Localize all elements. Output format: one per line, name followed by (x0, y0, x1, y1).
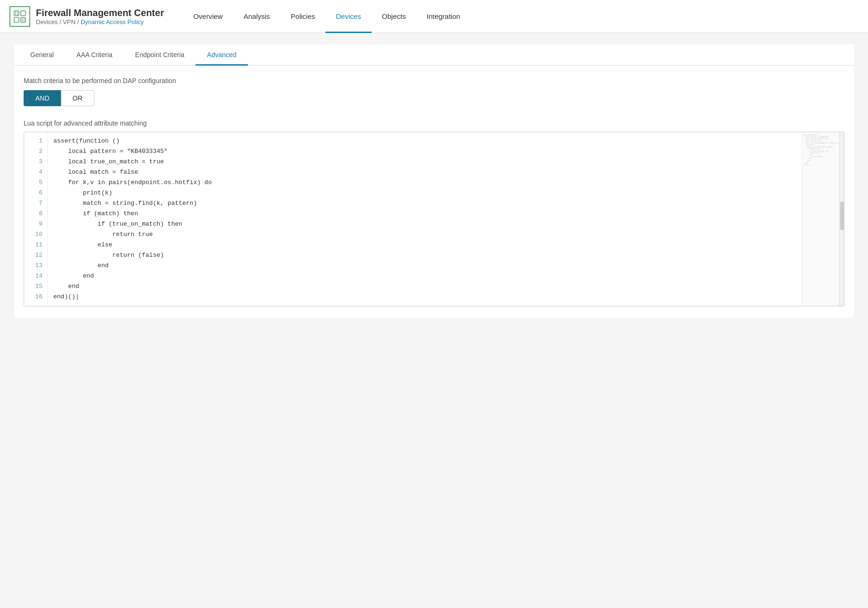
line-num-5: 5 (24, 177, 47, 188)
code-lines[interactable]: assert(function () local pattern = "KB40… (48, 132, 801, 306)
top-nav: Firewall Management Center Devices / VPN… (0, 0, 868, 33)
code-line-8: if (match) then (53, 209, 796, 219)
match-criteria-label: Match criteria to be performed on DAP co… (24, 77, 844, 84)
breadcrumb-dap[interactable]: Dynamic Access Policy (81, 18, 144, 25)
nav-devices[interactable]: Devices (325, 0, 371, 33)
code-line-13: end (53, 261, 796, 271)
tab-general[interactable]: General (19, 44, 65, 65)
code-line-1: assert(function () (53, 136, 796, 146)
svg-rect-6 (15, 14, 16, 15)
breadcrumb: Devices / VPN / Dynamic Access Policy (36, 18, 164, 25)
nav-objects[interactable]: Objects (372, 0, 417, 33)
page-content: General AAA Criteria Endpoint Criteria A… (0, 33, 868, 608)
nav-policies[interactable]: Policies (281, 0, 326, 33)
code-line-6: print(k) (53, 188, 796, 198)
tab-content-advanced: Match criteria to be performed on DAP co… (14, 66, 854, 318)
tab-advanced[interactable]: Advanced (196, 44, 247, 65)
code-line-16: end)()| (53, 292, 796, 302)
code-line-2: local pattern = "KB4033345" (53, 146, 796, 157)
script-section-label: Lua script for advanced attribute matchi… (24, 119, 844, 127)
line-num-2: 2 (24, 146, 47, 157)
svg-rect-3 (21, 17, 26, 22)
breadcrumb-sep2: / (77, 18, 80, 25)
tab-endpoint-criteria[interactable]: Endpoint Criteria (124, 44, 196, 65)
scrollbar-track[interactable] (839, 132, 844, 306)
line-num-3: 3 (24, 157, 47, 167)
svg-rect-2 (14, 17, 19, 22)
logo-area: Firewall Management Center Devices / VPN… (9, 6, 164, 27)
code-line-9: if (true_on_match) then (53, 219, 796, 229)
code-line-11: else (53, 240, 796, 250)
svg-rect-1 (21, 11, 26, 16)
line-num-16: 16 (24, 292, 47, 302)
code-line-14: end (53, 271, 796, 281)
svg-rect-11 (24, 20, 25, 21)
line-num-14: 14 (24, 271, 47, 281)
svg-rect-5 (17, 12, 18, 13)
line-num-13: 13 (24, 261, 47, 271)
code-line-3: local true_on_match = true (53, 157, 796, 167)
code-minimap: assert(function () local pattern = "KB40… (801, 132, 839, 306)
main-panel: General AAA Criteria Endpoint Criteria A… (14, 44, 854, 318)
minimap-content: assert(function () local pattern = "KB40… (804, 134, 839, 166)
line-num-6: 6 (24, 188, 47, 198)
svg-rect-10 (22, 20, 23, 21)
breadcrumb-vpn[interactable]: VPN (63, 18, 76, 25)
app-title: Firewall Management Center (36, 8, 164, 18)
breadcrumb-devices[interactable]: Devices (36, 18, 58, 25)
tab-bar: General AAA Criteria Endpoint Criteria A… (14, 44, 854, 66)
nav-overview[interactable]: Overview (183, 0, 233, 33)
line-numbers: 1 2 3 4 5 6 7 8 9 10 11 12 13 14 (24, 132, 48, 306)
line-num-7: 7 (24, 198, 47, 209)
logo-text: Firewall Management Center Devices / VPN… (36, 8, 164, 25)
code-line-10: return true (53, 229, 796, 240)
scrollbar-thumb[interactable] (840, 202, 844, 230)
app-logo-icon (9, 6, 30, 27)
code-line-7: match = string.find(k, pattern) (53, 198, 796, 209)
line-num-1: 1 (24, 136, 47, 146)
line-num-9: 9 (24, 219, 47, 229)
tab-aaa-criteria[interactable]: AAA Criteria (65, 44, 124, 65)
nav-analysis[interactable]: Analysis (233, 0, 281, 33)
code-line-5: for k,v in pairs(endpoint.os.hotfix) do (53, 177, 796, 188)
line-num-15: 15 (24, 281, 47, 292)
code-editor[interactable]: 1 2 3 4 5 6 7 8 9 10 11 12 13 14 (24, 132, 844, 306)
code-line-12: return (false) (53, 250, 796, 261)
line-num-11: 11 (24, 240, 47, 250)
code-editor-inner: 1 2 3 4 5 6 7 8 9 10 11 12 13 14 (24, 132, 844, 306)
svg-rect-4 (15, 12, 16, 13)
line-num-4: 4 (24, 167, 47, 177)
toggle-group: AND OR (24, 90, 844, 106)
line-num-8: 8 (24, 209, 47, 219)
line-num-10: 10 (24, 229, 47, 240)
svg-rect-9 (24, 18, 25, 19)
code-line-15: end (53, 281, 796, 292)
main-nav: Overview Analysis Policies Devices Objec… (183, 0, 859, 33)
line-num-12: 12 (24, 250, 47, 261)
svg-rect-8 (22, 18, 23, 19)
code-line-4: local match = false (53, 167, 796, 177)
toggle-and-button[interactable]: AND (24, 90, 61, 106)
svg-rect-0 (14, 11, 19, 16)
toggle-or-button[interactable]: OR (61, 90, 94, 106)
nav-integration[interactable]: Integration (416, 0, 470, 33)
svg-rect-7 (17, 14, 18, 15)
